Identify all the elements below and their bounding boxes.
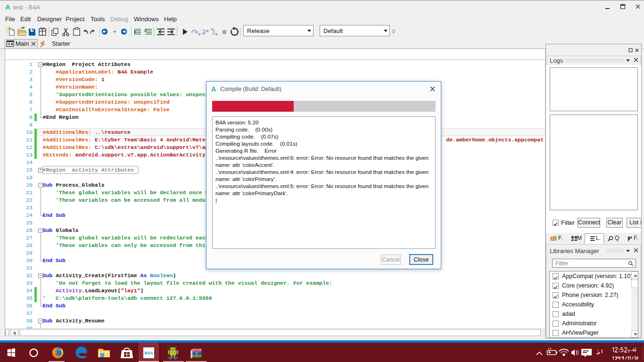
svg-text:2: 2 — [144, 28, 147, 33]
svg-text:B4A: B4A — [144, 351, 153, 355]
